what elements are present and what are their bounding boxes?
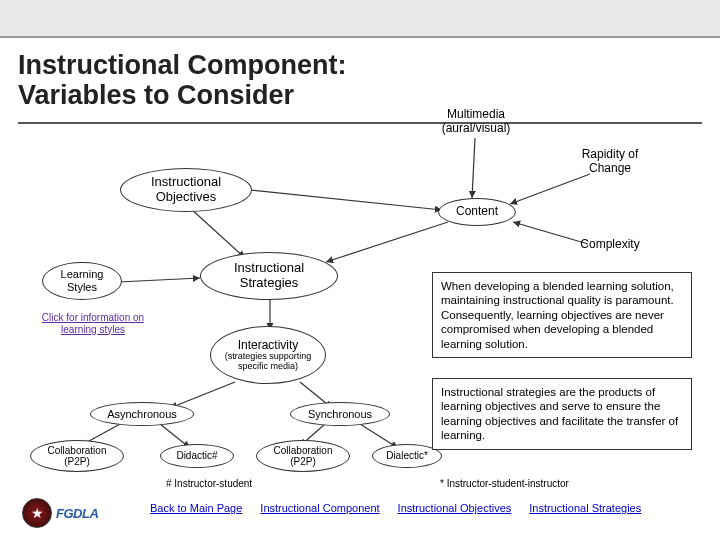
nav-objectives[interactable]: Instructional Objectives	[398, 502, 512, 514]
svg-line-5	[326, 222, 448, 262]
svg-line-1	[472, 138, 475, 198]
asynchronous-label: Asynchronous	[107, 408, 177, 421]
multimedia-label: Multimedia (aural/visual)	[442, 107, 511, 135]
interactivity-title: Interactivity	[238, 339, 299, 353]
svg-line-6	[118, 278, 200, 282]
node-learning-styles: Learning Styles	[42, 262, 122, 300]
para1-text: When developing a blended learning solut…	[441, 280, 674, 350]
content-label: Content	[456, 205, 498, 219]
rapidity-label: Rapidity of Change	[582, 147, 639, 175]
node-collab-sync: Collaboration (P2P)	[256, 440, 350, 472]
title-area: Instructional Component: Variables to Co…	[18, 50, 702, 124]
node-multimedia: Multimedia (aural/visual)	[430, 108, 522, 136]
node-content: Content	[438, 198, 516, 226]
instr-objectives-label: Instructional Objectives	[125, 175, 247, 205]
textbox-para2: Instructional strategies are the product…	[432, 378, 692, 450]
title-line-1: Instructional Component:	[18, 50, 702, 80]
node-didactic: Didactic#	[160, 444, 234, 468]
didactic-label: Didactic#	[176, 450, 217, 462]
node-asynchronous: Asynchronous	[90, 402, 194, 426]
footnote-star: * Instructor-student-instructor	[440, 478, 569, 489]
svg-line-8	[170, 382, 235, 408]
link-learning-styles-info[interactable]: Click for information on learning styles	[38, 312, 148, 335]
node-instructional-objectives: Instructional Objectives	[120, 168, 252, 212]
learning-styles-link-text[interactable]: Click for information on learning styles	[42, 312, 144, 335]
title-line-2: Variables to Consider	[18, 80, 702, 110]
dialectic-label: Dialectic*	[386, 450, 428, 462]
collab-async-label: Collaboration (P2P)	[35, 445, 119, 468]
interactivity-subtitle: (strategies supporting specific media)	[215, 352, 321, 371]
node-instructional-strategies: Instructional Strategies	[200, 252, 338, 300]
footnote-star-text: * Instructor-student-instructor	[440, 478, 569, 489]
top-bar	[0, 0, 720, 38]
footnote-hash-text: # Instructor-student	[166, 478, 252, 489]
instr-strategies-label: Instructional Strategies	[205, 261, 333, 291]
svg-line-0	[250, 190, 442, 210]
complexity-label: Complexity	[580, 237, 639, 251]
logo-seal-icon	[22, 498, 52, 528]
node-synchronous: Synchronous	[290, 402, 390, 426]
nav-back[interactable]: Back to Main Page	[150, 502, 242, 514]
svg-line-4	[190, 208, 245, 258]
svg-line-2	[510, 174, 590, 204]
node-rapidity: Rapidity of Change	[570, 148, 650, 176]
node-collab-async: Collaboration (P2P)	[30, 440, 124, 472]
footnote-hash: # Instructor-student	[166, 478, 252, 489]
logo: FGDLA	[22, 498, 98, 528]
textbox-para1: When developing a blended learning solut…	[432, 272, 692, 358]
learning-styles-label: Learning Styles	[47, 268, 117, 293]
node-interactivity: Interactivity (strategies supporting spe…	[210, 326, 326, 384]
synchronous-label: Synchronous	[308, 408, 372, 421]
nav-strategies[interactable]: Instructional Strategies	[529, 502, 641, 514]
node-complexity: Complexity	[570, 238, 650, 252]
nav-links: Back to Main Page Instructional Componen…	[150, 502, 641, 514]
para2-text: Instructional strategies are the product…	[441, 386, 678, 441]
logo-text: FGDLA	[56, 506, 98, 521]
collab-sync-label: Collaboration (P2P)	[261, 445, 345, 468]
nav-component[interactable]: Instructional Component	[260, 502, 379, 514]
